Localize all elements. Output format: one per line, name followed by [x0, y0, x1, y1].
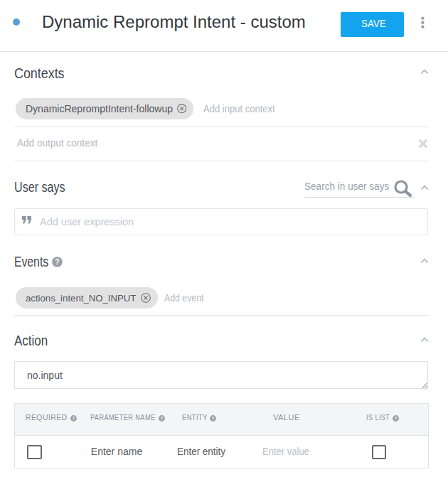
svg-text:?: ?: [211, 415, 214, 420]
svg-text:?: ?: [55, 257, 59, 266]
svg-text:?: ?: [394, 415, 397, 420]
svg-text:?: ?: [73, 415, 75, 420]
svg-text:?: ?: [160, 415, 163, 420]
